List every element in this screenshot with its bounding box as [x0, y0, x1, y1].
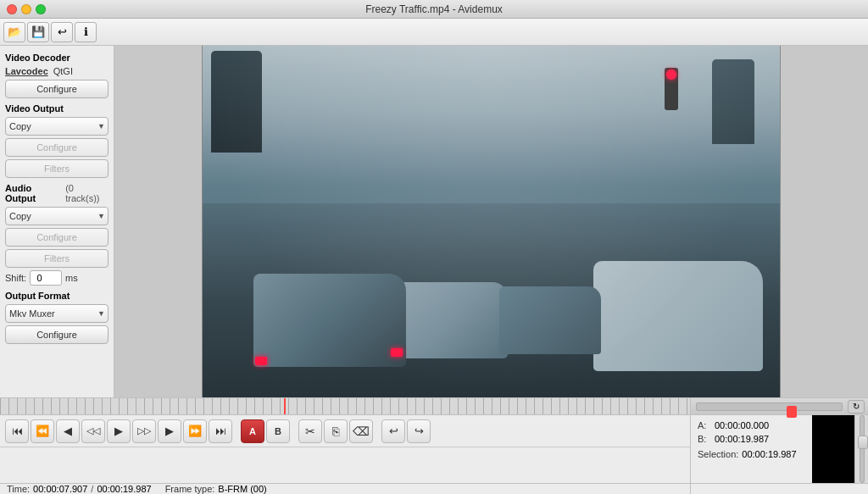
frame-label: Frame type:: [165, 484, 215, 494]
codec-qtgi[interactable]: QtGI: [53, 66, 73, 76]
timeline-cursor: [284, 398, 286, 414]
mark-b-button[interactable]: B: [266, 419, 290, 443]
time-value: 00:00:07.907: [33, 484, 87, 494]
info-button[interactable]: ℹ: [75, 22, 97, 42]
save-button[interactable]: 💾: [27, 22, 49, 42]
next-frame-button[interactable]: ▶: [158, 419, 181, 443]
play-button[interactable]: ▶: [107, 419, 131, 443]
statusbar-right: [690, 483, 868, 494]
bottom-area: ↻ ⏮ ⏪ ◀ ◁◁ ▶ ▷▷ ▶ ⏩ ⏭ A B ✂ ⎘ ⌫ ↩ ↪: [0, 397, 868, 494]
time-label: Time:: [7, 484, 30, 494]
b-row: B: 00:00:19.987: [698, 434, 805, 444]
step-forward-button[interactable]: ▷▷: [132, 419, 156, 443]
audio-output-select[interactable]: Copy AAC MP3: [5, 207, 108, 225]
duration-value: 00:00:19.987: [97, 484, 151, 494]
timeline[interactable]: [0, 398, 690, 415]
video-area: [114, 46, 868, 397]
close-button[interactable]: [7, 4, 17, 14]
timeline-row: ↻: [0, 398, 868, 415]
video-output-configure-button[interactable]: Configure: [5, 138, 108, 157]
output-format-title: Output Format: [5, 291, 108, 301]
output-format-select[interactable]: Mkv Muxer MP4 Muxer AVI Muxer: [5, 304, 108, 323]
forward-to-end-button[interactable]: ⏭: [209, 419, 232, 443]
selection-time: 00:00:19.987: [742, 449, 796, 459]
shift-label: Shift:: [5, 273, 26, 283]
video-output-select-row: Copy Mpeg4 AVC MPEG-4 ASP ▼: [5, 117, 108, 136]
reload-button[interactable]: ↩: [51, 22, 73, 42]
video-content: [203, 46, 780, 397]
codec-row: Lavcodec QtGI: [5, 66, 108, 76]
left-panel: Video Decoder Lavcodec QtGI Configure Vi…: [0, 46, 114, 397]
rewind-to-start-button[interactable]: ⏮: [5, 419, 29, 443]
shift-input[interactable]: [30, 270, 62, 286]
selection-label: Selection:: [698, 449, 738, 459]
previous-frame-button[interactable]: ◀: [56, 419, 80, 443]
snow-overlay: [203, 46, 780, 397]
b-label: B:: [698, 434, 711, 444]
right-timeline-bar: [696, 402, 843, 411]
b-time: 00:00:19.987: [715, 434, 769, 444]
status-row: Time: 00:00:07.907 / 00:00:19.987 Frame …: [0, 483, 868, 494]
audio-output-title-row: Audio Output (0 track(s)): [5, 183, 108, 203]
video-decoder-title: Video Decoder: [5, 53, 108, 63]
right-timeline-thumb[interactable]: [787, 406, 797, 418]
right-slider[interactable]: [854, 415, 868, 483]
timeline-ticks: [0, 398, 690, 414]
selection-row: Selection: 00:00:19.987: [698, 449, 805, 459]
window-title: Freezy Traffic.mp4 - Avidemux: [365, 3, 503, 15]
next-keyframe-button[interactable]: ⏩: [183, 419, 207, 443]
video-output-title: Video Output: [5, 103, 108, 114]
main-content: Video Decoder Lavcodec QtGI Configure Vi…: [0, 46, 868, 397]
redo-button[interactable]: ↪: [407, 419, 431, 443]
undo-button[interactable]: ↩: [381, 419, 405, 443]
time-separator: /: [91, 484, 93, 494]
mark-a-button[interactable]: A: [241, 419, 264, 443]
copy-segment-button[interactable]: ✂: [298, 419, 322, 443]
a-row: A: 00:00:00.000: [698, 420, 805, 430]
slider-knob[interactable]: [858, 436, 868, 449]
open-button[interactable]: 📂: [3, 22, 25, 42]
right-timeline: ↻: [690, 398, 868, 415]
video-frame: [202, 46, 781, 397]
video-output-select[interactable]: Copy Mpeg4 AVC MPEG-4 ASP: [5, 117, 108, 136]
right-thumbnail: [812, 415, 854, 483]
video-decoder-configure-button[interactable]: Configure: [5, 80, 108, 98]
toolbar: 📂 💾 ↩ ℹ: [0, 19, 868, 46]
audio-tracks-count: (0 track(s)): [65, 183, 108, 203]
shift-unit: ms: [65, 273, 78, 283]
audio-output-select-row: Copy AAC MP3 ▼: [5, 207, 108, 225]
minimize-button[interactable]: [21, 4, 31, 14]
titlebar: Freezy Traffic.mp4 - Avidemux: [0, 0, 868, 19]
window-controls: [7, 4, 46, 14]
a-label: A:: [698, 420, 711, 430]
maximize-button[interactable]: [36, 4, 46, 14]
statusbar: Time: 00:00:07.907 / 00:00:19.987 Frame …: [0, 483, 690, 494]
a-time: 00:00:00.000: [715, 420, 769, 430]
audio-output-title: Audio Output: [5, 183, 62, 203]
transport-row: ⏮ ⏪ ◀ ◁◁ ▶ ▷▷ ▶ ⏩ ⏭ A B ✂ ⎘ ⌫ ↩ ↪ A: 0: [0, 415, 868, 483]
audio-output-configure-button[interactable]: Configure: [5, 228, 108, 247]
output-format-configure-button[interactable]: Configure: [5, 325, 108, 344]
audio-output-filters-button[interactable]: Filters: [5, 249, 108, 268]
codec-lavcodec[interactable]: Lavcodec: [5, 66, 48, 76]
frame-value: B-FRM (00): [218, 484, 266, 494]
output-format-select-row: Mkv Muxer MP4 Muxer AVI Muxer ▼: [5, 304, 108, 323]
right-scroll-button[interactable]: ↻: [848, 400, 865, 414]
transport-controls: ⏮ ⏪ ◀ ◁◁ ▶ ▷▷ ▶ ⏩ ⏭ A B ✂ ⎘ ⌫ ↩ ↪: [0, 415, 690, 447]
right-panel: A: 00:00:00.000 B: 00:00:19.987 Selectio…: [690, 415, 868, 483]
step-back-button[interactable]: ◁◁: [81, 419, 105, 443]
previous-keyframe-button[interactable]: ⏪: [31, 419, 54, 443]
shift-row: Shift: ms: [5, 270, 108, 286]
right-info: A: 00:00:00.000 B: 00:00:19.987 Selectio…: [691, 415, 812, 483]
slider-track[interactable]: [860, 415, 865, 483]
delete-segment-button[interactable]: ⌫: [349, 419, 373, 443]
paste-segment-button[interactable]: ⎘: [324, 419, 348, 443]
video-output-filters-button[interactable]: Filters: [5, 159, 108, 178]
